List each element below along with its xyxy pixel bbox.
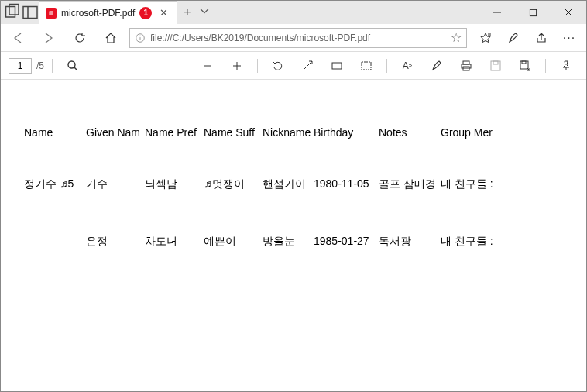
- favorites-icon[interactable]: [473, 26, 498, 50]
- forward-button[interactable]: [36, 26, 61, 50]
- pdf-toolbar: /5 A»: [1, 52, 586, 80]
- search-icon[interactable]: [60, 54, 85, 77]
- col-header: Name Pref: [145, 126, 204, 139]
- pdf-document: Name Given Nam Name Pref Name Suff Nickn…: [1, 80, 586, 308]
- col-header: Name Suff: [204, 126, 263, 139]
- tab-preview-icon[interactable]: [199, 5, 210, 19]
- fit-width-button[interactable]: [354, 54, 379, 77]
- star-icon[interactable]: ☆: [451, 30, 462, 45]
- cell: ♬멋쟁이: [204, 177, 263, 191]
- draw-button[interactable]: [424, 54, 449, 77]
- browser-tab[interactable]: ▤ microsoft-PDF.pdf 1 ✕: [39, 1, 177, 24]
- address-bar: ☆ ···: [1, 24, 586, 52]
- svg-rect-1: [9, 5, 19, 15]
- cell: 예쁜이: [204, 235, 263, 249]
- svg-rect-26: [522, 61, 526, 64]
- col-header: Name: [24, 126, 86, 139]
- col-header: Notes: [379, 126, 441, 139]
- back-button[interactable]: [5, 26, 30, 50]
- set-aside-icon[interactable]: [21, 1, 39, 24]
- refresh-button[interactable]: [67, 26, 92, 50]
- table-header-row: Name Given Nam Name Pref Name Suff Nickn…: [24, 126, 563, 139]
- svg-rect-2: [23, 7, 37, 19]
- cell: 핸섬가이: [263, 177, 314, 191]
- table-row: 은정 차도녀 예쁜이 방울눈 1985-01-27 독서광 내 친구들 :: [24, 235, 563, 249]
- cell: 1980-11-05: [314, 177, 379, 191]
- cell: [24, 235, 86, 249]
- svg-rect-5: [530, 9, 536, 15]
- home-button[interactable]: [98, 26, 123, 50]
- svg-rect-19: [362, 62, 371, 70]
- minimize-button[interactable]: [479, 1, 515, 24]
- info-icon: [135, 33, 146, 43]
- svg-rect-20: [463, 61, 469, 64]
- fit-page-button[interactable]: [295, 54, 320, 77]
- pin-toolbar-button[interactable]: [554, 54, 578, 77]
- close-tab-icon[interactable]: ✕: [156, 7, 171, 19]
- cell: 1985-01-27: [314, 235, 379, 249]
- cell: 기수: [86, 177, 145, 191]
- share-icon[interactable]: [529, 26, 554, 50]
- cell: 차도녀: [145, 235, 204, 249]
- pdf-icon: ▤: [46, 8, 57, 19]
- new-tab-icon[interactable]: +: [184, 5, 191, 19]
- col-header: Given Nam: [86, 126, 145, 139]
- col-header: Birthday: [314, 126, 379, 139]
- maximize-button[interactable]: [515, 1, 551, 24]
- svg-rect-24: [493, 61, 498, 64]
- svg-point-13: [68, 61, 75, 68]
- zoom-out-button[interactable]: [195, 54, 220, 77]
- cell: 내 친구들 :: [441, 235, 506, 249]
- url-box[interactable]: ☆: [129, 28, 467, 48]
- cell: 뇌섹남: [145, 177, 204, 191]
- save-as-button[interactable]: [513, 54, 537, 77]
- page-number-input[interactable]: [9, 58, 32, 74]
- notes-icon[interactable]: [501, 26, 526, 50]
- print-button[interactable]: [454, 54, 479, 77]
- cell: 독서광: [379, 235, 441, 249]
- tab-actions-icon[interactable]: [2, 1, 21, 24]
- table-row: 정기수 ♬5 기수 뇌섹남 ♬멋쟁이 핸섬가이 1980-11-05 골프 삼매…: [24, 177, 563, 191]
- cell: 방울눈: [263, 235, 314, 249]
- more-icon[interactable]: ···: [557, 26, 582, 50]
- tab-bar: ▤ microsoft-PDF.pdf 1 ✕ +: [39, 1, 479, 24]
- rotate-button[interactable]: [266, 54, 290, 77]
- svg-rect-18: [332, 63, 342, 69]
- svg-rect-0: [6, 7, 15, 18]
- cell: 은정: [86, 235, 145, 249]
- cell: 내 친구들 :: [441, 177, 506, 191]
- tab-title: microsoft-PDF.pdf: [61, 8, 135, 19]
- annotation-badge: 1: [139, 7, 152, 19]
- close-button[interactable]: [551, 1, 586, 24]
- page-total: /5: [36, 60, 44, 71]
- url-input[interactable]: [150, 33, 446, 43]
- layout-button[interactable]: [324, 54, 349, 77]
- svg-line-14: [74, 67, 77, 70]
- col-header: Nickname: [263, 126, 314, 139]
- svg-point-10: [140, 35, 141, 36]
- zoom-in-button[interactable]: [225, 54, 249, 77]
- read-aloud-button[interactable]: A»: [395, 54, 420, 77]
- cell: 정기수 ♬5: [24, 177, 86, 191]
- col-header: Group Mer: [441, 126, 506, 139]
- cell: 골프 삼매경: [379, 177, 441, 191]
- svg-rect-23: [491, 61, 500, 70]
- save-button[interactable]: [483, 54, 508, 77]
- titlebar: ▤ microsoft-PDF.pdf 1 ✕ +: [1, 1, 586, 24]
